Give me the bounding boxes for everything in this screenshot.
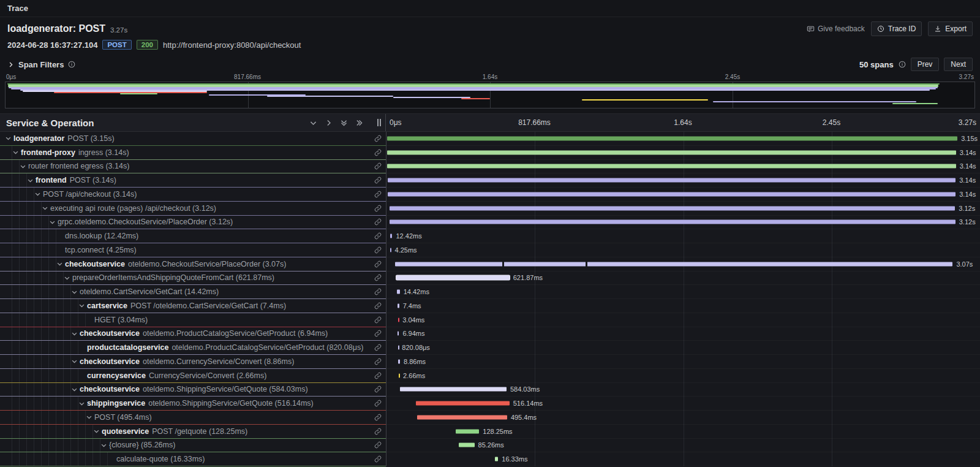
span-bar[interactable] bbox=[397, 290, 399, 294]
span-name-cell[interactable]: checkoutservice oteldemo.ProductCatalogS… bbox=[0, 327, 386, 341]
span-timeline-cell[interactable]: 16.33ms bbox=[386, 452, 980, 466]
span-bar[interactable] bbox=[398, 317, 399, 322]
span-bar[interactable] bbox=[388, 192, 956, 196]
span-timeline-cell[interactable]: 820.08μs bbox=[386, 341, 980, 355]
chevron-down-icon[interactable] bbox=[34, 191, 43, 197]
span-timeline-cell[interactable]: 14.42ms bbox=[386, 285, 980, 299]
chevron-down-icon[interactable] bbox=[64, 275, 72, 281]
span-link-icon[interactable] bbox=[374, 302, 382, 309]
span-link-icon[interactable] bbox=[374, 316, 382, 324]
trace-minimap[interactable] bbox=[5, 82, 975, 108]
span-timeline-cell[interactable]: 584.03ms bbox=[386, 383, 980, 397]
span-name-cell[interactable]: POST /api/checkout (3.14s) bbox=[0, 188, 386, 202]
span-name-cell[interactable]: dns.lookup (12.42ms) bbox=[0, 229, 386, 243]
span-timeline-cell[interactable]: 6.94ms bbox=[386, 327, 980, 341]
span-timeline-cell[interactable]: 3.14s bbox=[386, 188, 980, 202]
span-row[interactable]: checkoutservice oteldemo.ProductCatalogS… bbox=[0, 327, 980, 341]
span-link-icon[interactable] bbox=[374, 414, 382, 421]
span-link-icon[interactable] bbox=[374, 455, 382, 463]
span-bar[interactable] bbox=[390, 206, 955, 210]
chevron-down-icon[interactable] bbox=[27, 177, 36, 184]
span-timeline-cell[interactable]: 3.12s bbox=[386, 202, 980, 216]
span-bar[interactable] bbox=[395, 262, 953, 266]
expand-all-icon[interactable] bbox=[355, 119, 363, 127]
span-bar[interactable] bbox=[396, 276, 509, 280]
next-button[interactable]: Next bbox=[944, 58, 973, 71]
span-bar[interactable] bbox=[387, 164, 956, 169]
span-bar[interactable] bbox=[390, 220, 955, 224]
span-link-icon[interactable] bbox=[374, 177, 382, 184]
span-name-cell[interactable]: frontend POST (3.14s) bbox=[0, 173, 386, 188]
span-timeline-cell[interactable]: 516.14ms bbox=[386, 397, 980, 411]
span-row[interactable]: currencyservice CurrencyService/Convert … bbox=[0, 369, 980, 383]
span-timeline-cell[interactable]: 3.04ms bbox=[386, 313, 980, 327]
export-button[interactable]: Export bbox=[928, 21, 973, 36]
span-bar[interactable] bbox=[399, 373, 400, 378]
span-name-cell[interactable]: calculate-quote (16.33ms) bbox=[0, 452, 386, 466]
span-link-icon[interactable] bbox=[374, 260, 382, 268]
span-bar[interactable] bbox=[398, 346, 399, 350]
collapse-all-icon[interactable] bbox=[340, 119, 348, 127]
span-bar[interactable] bbox=[417, 415, 507, 419]
span-timeline-cell[interactable]: 3.15s bbox=[386, 132, 980, 146]
chevron-down-icon[interactable] bbox=[5, 135, 13, 142]
span-link-icon[interactable] bbox=[374, 191, 382, 198]
chevron-down-icon[interactable] bbox=[42, 205, 50, 211]
span-timeline-cell[interactable]: 128.25ms bbox=[386, 425, 980, 439]
span-name-cell[interactable]: cartservice POST /oteldemo.CartService/G… bbox=[0, 299, 386, 313]
span-link-icon[interactable] bbox=[374, 162, 382, 170]
span-row[interactable]: loadgenerator POST (3.15s) 3.15s bbox=[0, 132, 980, 146]
chevron-down-icon[interactable] bbox=[86, 414, 94, 420]
span-row[interactable]: tcp.connect (4.25ms) 4.25ms bbox=[0, 243, 980, 257]
span-bar[interactable] bbox=[398, 303, 399, 308]
chevron-down-icon[interactable] bbox=[49, 219, 58, 226]
span-row[interactable]: POST (495.4ms) 495.4ms bbox=[0, 411, 980, 425]
chevron-down-icon[interactable] bbox=[56, 260, 65, 267]
span-row[interactable]: frontend-proxy ingress (3.14s) 3.14s bbox=[0, 146, 980, 160]
span-bar[interactable] bbox=[400, 387, 507, 392]
span-link-icon[interactable] bbox=[374, 232, 382, 240]
span-name-cell[interactable]: oteldemo.CartService/GetCart (14.42ms) bbox=[0, 285, 386, 299]
span-row[interactable]: executing api route (pages) /api/checkou… bbox=[0, 202, 980, 216]
span-row[interactable]: checkoutservice oteldemo.ShippingService… bbox=[0, 383, 980, 397]
prev-button[interactable]: Prev bbox=[911, 58, 940, 71]
span-name-cell[interactable]: frontend-proxy ingress (3.14s) bbox=[0, 146, 386, 160]
span-name-cell[interactable]: loadgenerator POST (3.15s) bbox=[0, 132, 386, 146]
span-name-cell[interactable]: checkoutservice oteldemo.CurrencyService… bbox=[0, 355, 386, 369]
span-bar[interactable] bbox=[456, 429, 479, 433]
span-name-cell[interactable]: tcp.connect (4.25ms) bbox=[0, 243, 386, 257]
span-timeline-cell[interactable]: 3.14s bbox=[386, 160, 980, 174]
collapse-one-icon[interactable] bbox=[309, 119, 317, 127]
span-name-cell[interactable]: prepareOrderItemsAndShippingQuoteFromCar… bbox=[0, 271, 386, 286]
chevron-right-icon[interactable] bbox=[7, 61, 14, 68]
span-link-icon[interactable] bbox=[374, 246, 382, 254]
span-bar[interactable] bbox=[387, 150, 956, 154]
span-row[interactable]: POST /api/checkout (3.14s) 3.14s bbox=[0, 188, 980, 202]
expand-one-icon[interactable] bbox=[325, 119, 333, 127]
span-name-cell[interactable]: grpc.oteldemo.CheckoutService/PlaceOrder… bbox=[0, 216, 386, 230]
span-link-icon[interactable] bbox=[374, 385, 382, 393]
span-name-cell[interactable]: shippingservice oteldemo.ShippingService… bbox=[0, 397, 386, 411]
span-link-icon[interactable] bbox=[374, 428, 382, 435]
span-timeline-cell[interactable]: 2.66ms bbox=[386, 369, 980, 383]
span-row[interactable]: frontend POST (3.14s) 3.14s bbox=[0, 173, 980, 188]
chevron-down-icon[interactable] bbox=[93, 428, 102, 435]
span-link-icon[interactable] bbox=[374, 344, 382, 351]
span-name-cell[interactable]: checkoutservice oteldemo.CheckoutService… bbox=[0, 257, 386, 271]
span-row[interactable]: dns.lookup (12.42ms) 12.42ms bbox=[0, 229, 980, 243]
span-bar[interactable] bbox=[416, 401, 510, 406]
span-timeline-cell[interactable]: 3.14s bbox=[386, 146, 980, 160]
span-row[interactable]: HGET (3.04ms) 3.04ms bbox=[0, 313, 980, 327]
chevron-down-icon[interactable] bbox=[71, 330, 80, 337]
span-row[interactable]: checkoutservice oteldemo.CurrencyService… bbox=[0, 355, 980, 369]
span-bar[interactable] bbox=[387, 136, 957, 140]
chevron-down-icon[interactable] bbox=[78, 302, 87, 309]
span-name-cell[interactable]: quoteservice POST /getquote (128.25ms) bbox=[0, 425, 386, 439]
span-row[interactable]: {closure} (85.26ms) 85.26ms bbox=[0, 439, 980, 453]
span-row[interactable]: productcatalogservice oteldemo.ProductCa… bbox=[0, 341, 980, 355]
column-resize-handle[interactable] bbox=[377, 118, 382, 127]
span-link-icon[interactable] bbox=[374, 441, 382, 449]
span-link-icon[interactable] bbox=[374, 288, 382, 295]
span-timeline-cell[interactable]: 85.26ms bbox=[386, 439, 980, 453]
span-timeline-cell[interactable]: 4.25ms bbox=[386, 243, 980, 257]
